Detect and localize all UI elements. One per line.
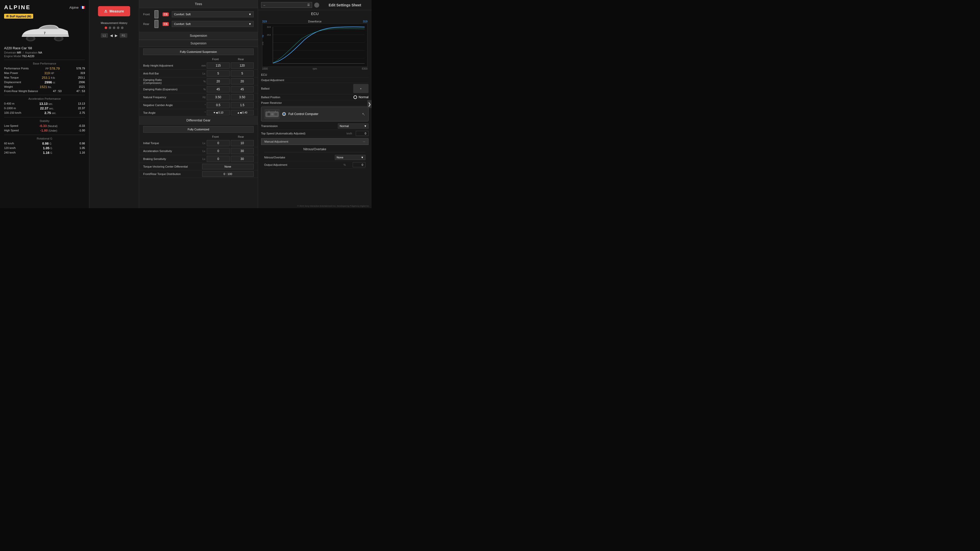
ballast-label: Ballast (261, 87, 352, 90)
fr-header: Front Rear (139, 57, 258, 62)
chart-power-value: 319 (363, 20, 368, 23)
downforce-label: Downforce (308, 20, 321, 23)
body-height-rear[interactable]: 120 (231, 62, 254, 68)
right-chevron-button[interactable]: ❯ (367, 100, 372, 108)
aspiration-value: NA (38, 51, 42, 54)
toe-front[interactable]: ▼◀ 0.10 (207, 110, 230, 115)
rear-tire-label: Rear (143, 22, 152, 25)
natural-freq-front[interactable]: 3.50 (207, 94, 230, 100)
damping-comp-front[interactable]: 20 (207, 78, 230, 84)
output-adj2-value[interactable]: 0 (353, 162, 366, 167)
nitrous-title: Nitrous/Overtake (264, 148, 366, 152)
power-restrictor-image (264, 109, 280, 119)
front-col-label: Front (203, 58, 228, 61)
neg-camber-front[interactable]: 0.5 (207, 102, 230, 108)
toe-front-icon: ▼◀ (213, 111, 218, 114)
max-torque-row: Max Torque 253.1 ft·lb 253.1 (4, 75, 85, 80)
rear-cs-badge: CS (162, 22, 169, 26)
nitrous-chevron: ▼ (361, 156, 364, 159)
toe-rear[interactable]: ▲◀ 0.40 (231, 110, 254, 115)
ecu-title: ECU (258, 10, 372, 17)
zero-400-row: 0-400 m 13.13 sec. 13.13 (4, 101, 85, 106)
sixty-current: 0.98 (80, 142, 85, 145)
braking-sensitivity-row: Braking Sensitivity Lv. 0 30 (139, 155, 258, 163)
pp-number: 578.79 (49, 67, 60, 70)
next-button[interactable]: ▶ (115, 33, 118, 38)
rear-tire-select[interactable]: Comfort: Soft ▼ (172, 21, 254, 27)
high-speed-value: -1.00 (Under) (40, 129, 57, 132)
anti-roll-rear[interactable]: 5 (231, 70, 254, 76)
neg-camber-unit: ° (200, 104, 206, 106)
weight-value: 1521 lbs. (40, 85, 52, 89)
max-power-row: Max Power 319 HP 319 (4, 71, 85, 75)
measure-button[interactable]: ⚠ Measure (98, 6, 130, 16)
zero-1000-row: 0-1000 m 22.37 sec. 22.37 (4, 106, 85, 110)
suspension-type-box[interactable]: Fully Customized Suspension (143, 48, 254, 55)
twofourty-value: 1.16 G (43, 151, 52, 155)
initial-torque-rear[interactable]: 10 (231, 140, 254, 146)
accel-sensitivity-rear[interactable]: 30 (231, 148, 254, 154)
rear-tire-chevron: ▼ (248, 22, 251, 25)
accel-sensitivity-label: Acceleration Sensitivity (143, 149, 200, 152)
manual-adjustment-button[interactable]: Manual Adjustment ··· (261, 138, 369, 145)
front-rear-dist-value-box[interactable]: 0 : 100 (202, 171, 254, 177)
braking-sensitivity-rear[interactable]: 30 (231, 156, 254, 162)
initial-torque-unit: Lv. (200, 142, 206, 144)
damping-exp-unit: % (200, 88, 206, 91)
suspension-sub-header: Suspension (139, 40, 258, 47)
front-rear-dist-value: 0 : 100 (202, 171, 254, 177)
neg-camber-rear[interactable]: 1.5 (231, 102, 254, 108)
r1-tag[interactable]: R1 (120, 33, 127, 38)
damping-comp-rear[interactable]: 20 (231, 78, 254, 84)
damping-exp-rear[interactable]: 45 (231, 86, 254, 92)
manual-adj-label: Manual Adjustment (264, 140, 288, 143)
toe-label: Toe Angle (143, 111, 200, 114)
natural-freq-rear[interactable]: 3.50 (231, 94, 254, 100)
transmission-chevron: ▼ (364, 124, 367, 127)
toe-front-value: 0.10 (218, 111, 223, 114)
top-speed-value[interactable]: 0 (356, 131, 369, 136)
cursor-pointer-icon: ↖ (362, 112, 365, 117)
right-panel: -- ☰ Edit Settings Sheet ECU 319 Downfor… (258, 0, 372, 208)
brand-name-label: Alpine (69, 6, 79, 10)
initial-torque-front[interactable]: 0 (207, 140, 230, 146)
l1-tag[interactable]: L1 (101, 33, 108, 38)
braking-sensitivity-front[interactable]: 0 (207, 156, 230, 162)
top-speed-unit: km/h (347, 132, 354, 135)
top-speed-row: Top Speed (Automatically Adjusted) km/h … (261, 130, 369, 137)
diff-fr-header: Front Rear (139, 134, 258, 139)
ballast-normal-radio[interactable] (353, 95, 357, 99)
diff-rear-label: Rear (228, 135, 254, 138)
front-tire-select[interactable]: Comfort: Soft ▼ (172, 11, 254, 17)
torque-vectoring-value-box[interactable]: None (202, 164, 254, 169)
accel-sensitivity-front[interactable]: 0 (207, 148, 230, 154)
body-height-front[interactable]: 115 (207, 62, 230, 68)
history-dot-2 (109, 27, 111, 29)
displacement-current: 2996 (79, 81, 85, 84)
diff-type-box[interactable]: Fully Customized (143, 126, 254, 133)
car-model: A220 Race Car '68 (4, 46, 85, 50)
diff-type-value: Fully Customized (188, 128, 209, 131)
max-torque-value: 253.1 ft·lb (42, 76, 55, 79)
sixty-row: 60 km/h 0.98 G 0.98 (4, 141, 85, 146)
history-dots (105, 27, 124, 29)
full-control-radio[interactable] (282, 112, 286, 116)
svg-text:319: 319 (267, 26, 270, 28)
copyright-text: © 2024 Sony Interactive Entertainment In… (298, 205, 369, 207)
transmission-select[interactable]: Normal ▼ (338, 124, 369, 129)
main-content-panel: Tires Front CS Comfort: Soft ▼ Rear CS C… (139, 0, 258, 208)
max-power-value: 319 HP (45, 71, 54, 75)
bop-label: BoP Applied (M) (10, 15, 31, 18)
manual-adj-dots: ··· (363, 140, 365, 143)
weight-balance-value: 47 : 53 (53, 89, 62, 93)
anti-roll-front[interactable]: 5 (207, 70, 230, 76)
suspension-type-row: Fully Customized Suspension (139, 47, 258, 57)
svg-text:253: 253 (267, 34, 270, 36)
nitrous-select[interactable]: None ▼ (335, 155, 366, 160)
prev-button[interactable]: ◀ (110, 33, 113, 38)
anti-roll-label: Anti-Roll Bar (143, 72, 200, 75)
top-dropdown[interactable]: -- ☰ (261, 2, 312, 8)
damping-exp-front[interactable]: 45 (207, 86, 230, 92)
power-restrictor-overlay[interactable]: Full Control Computer ↖ (261, 106, 369, 121)
output-adj-label: Output Adjustment (261, 79, 369, 82)
